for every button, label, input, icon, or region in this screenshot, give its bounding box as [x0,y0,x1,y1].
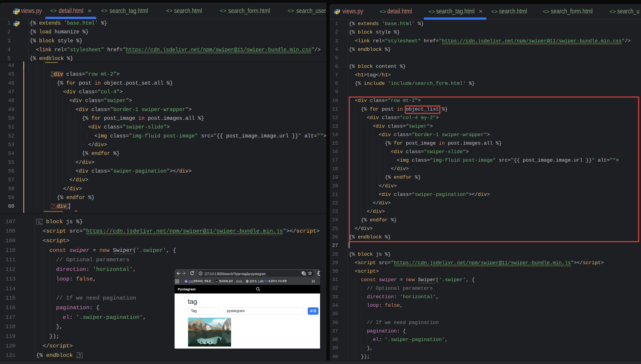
svg-text:...: ... [211,280,213,283]
svg-text:- 2025...: - 2025... [234,280,245,283]
svg-text:z: z [185,280,187,283]
svg-text:]: ] [202,280,203,283]
svg-text:/<>: /<> [263,280,269,284]
svg-text:[OZ: [OZ [189,280,193,283]
svg-text:oz: oz [216,280,218,282]
svg-text:14: 14 [258,280,261,283]
